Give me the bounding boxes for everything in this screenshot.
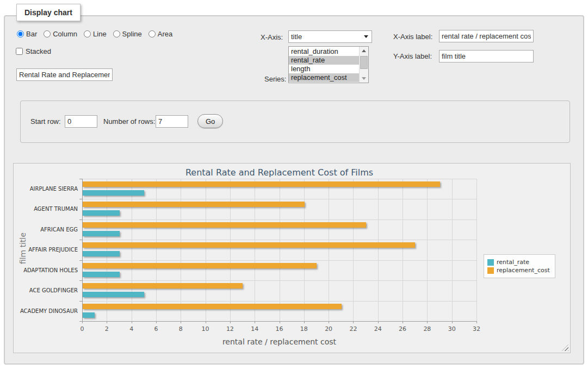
series-listbox-options: rental_durationrental_ratelengthreplacem… <box>289 47 359 83</box>
y-axis-label-input[interactable] <box>439 50 534 62</box>
chart-type-label: Spline <box>122 30 142 38</box>
bar-replacement_cost <box>83 202 305 207</box>
chart-type-label: Column <box>53 30 77 38</box>
legend-label: replacement_cost <box>497 267 550 274</box>
gridline-vertical <box>476 179 477 321</box>
gridline-vertical <box>304 179 305 321</box>
chart-title-input[interactable] <box>16 68 113 81</box>
x-tick-label: 26 <box>399 325 406 333</box>
chart-x-axis-title: rental rate / replacement cost <box>82 337 476 346</box>
x-axis-label-input[interactable] <box>439 30 534 42</box>
bar-rental_rate <box>83 210 120 216</box>
gridline-vertical <box>427 179 428 321</box>
chart-type-option-spline[interactable]: Spline <box>113 30 142 38</box>
x-tick-label: 6 <box>154 325 158 333</box>
x-axis-select-wrap: title <box>288 30 372 43</box>
category-label: AGENT TRUMAN <box>16 199 78 219</box>
x-tick-label: 24 <box>374 325 382 333</box>
gridline-vertical <box>230 179 231 321</box>
gridline-vertical <box>255 179 255 321</box>
bar-rental_rate <box>83 272 120 277</box>
chart-type-label: Line <box>93 30 107 38</box>
resize-handle-icon[interactable] <box>562 344 568 351</box>
go-button[interactable]: Go <box>197 114 223 128</box>
gridline-vertical <box>280 179 280 321</box>
series-select-label: Series: <box>264 75 286 83</box>
category-label: AFFAIR PREJUDICE <box>16 240 78 260</box>
gridline-horizontal <box>82 240 476 240</box>
x-tick-label: 4 <box>129 325 133 333</box>
bar-replacement_cost <box>83 283 243 289</box>
bar-replacement_cost <box>83 181 440 187</box>
chart-type-radio-column[interactable] <box>44 30 51 37</box>
legend-swatch-replacement_cost <box>487 267 494 274</box>
gridline-vertical <box>452 179 453 321</box>
y-axis-line <box>82 179 83 322</box>
bar-replacement_cost <box>83 304 342 309</box>
x-tick-label: 16 <box>276 325 283 333</box>
x-axis-select[interactable]: title <box>288 30 372 43</box>
scrollbar-thumb[interactable] <box>360 56 368 69</box>
scroll-down-icon[interactable] <box>360 74 368 82</box>
x-axis-label-label: X-Axis label: <box>393 33 432 41</box>
stacked-checkbox[interactable] <box>16 48 23 55</box>
series-option-replacement_cost[interactable]: replacement_cost <box>289 73 359 82</box>
x-tick-label: 20 <box>325 325 332 333</box>
gridline-vertical <box>329 179 329 321</box>
chart-type-option-bar[interactable]: Bar <box>17 30 37 38</box>
legend-swatch-rental_rate <box>487 259 494 266</box>
category-label: ACADEMY DINOSAUR <box>16 301 78 321</box>
chart-type-group: BarColumnLineSplineArea <box>17 30 172 38</box>
category-label: ACE GOLDFINGER <box>16 280 78 300</box>
legend-label: rental_rate <box>497 259 529 266</box>
number-of-rows-input[interactable] <box>156 115 188 128</box>
bar-replacement_cost <box>83 222 366 228</box>
row-range-box: Start row: Number of rows: Go <box>20 101 570 143</box>
number-of-rows-label: Number of rows: <box>103 117 155 126</box>
gridline-vertical <box>378 179 379 321</box>
chart-type-label: Area <box>158 30 172 38</box>
bar-rental_rate <box>83 292 144 297</box>
chart-type-radio-bar[interactable] <box>17 30 24 37</box>
x-tick-label: 28 <box>423 325 431 333</box>
bar-replacement_cost <box>83 263 317 268</box>
gridline-horizontal <box>82 301 476 302</box>
x-axis-line <box>82 321 477 322</box>
chart-type-option-line[interactable]: Line <box>84 30 107 38</box>
bar-rental_rate <box>83 190 144 196</box>
chart-type-radio-area[interactable] <box>148 30 156 37</box>
category-label: AFRICAN EGG <box>16 220 78 240</box>
chart-type-radio-line[interactable] <box>84 30 91 37</box>
x-tick-label: 18 <box>300 325 308 333</box>
legend-item-replacement_cost[interactable]: replacement_cost <box>487 267 550 274</box>
start-row-input[interactable] <box>65 115 97 128</box>
chart-type-option-column[interactable]: Column <box>44 30 77 38</box>
chart-panel: Rental Rate and Replacement Cost of Film… <box>13 163 571 353</box>
gridline-horizontal <box>82 179 476 179</box>
series-option-length[interactable]: length <box>289 65 359 73</box>
series-scrollbar[interactable] <box>359 47 368 83</box>
gridline-horizontal <box>82 220 476 220</box>
y-axis-label-label: Y-Axis label: <box>393 52 432 60</box>
series-option-rental_duration[interactable]: rental_duration <box>289 47 359 56</box>
x-tick-label: 32 <box>473 325 480 333</box>
x-tick-label: 8 <box>179 325 183 333</box>
chart-type-radio-spline[interactable] <box>113 30 120 37</box>
bar-rental_rate <box>83 251 120 256</box>
category-label: AIRPLANE SIERRA <box>16 179 78 199</box>
series-listbox[interactable]: rental_durationrental_ratelengthreplacem… <box>288 46 369 83</box>
gridline-horizontal <box>82 280 476 281</box>
stacked-option[interactable]: Stacked <box>16 47 51 55</box>
legend-item-rental_rate[interactable]: rental_rate <box>487 259 550 266</box>
gridline-horizontal <box>82 260 476 261</box>
x-tick-label: 30 <box>448 325 456 333</box>
bar-replacement_cost <box>83 242 415 248</box>
x-tick-label: 12 <box>226 325 234 333</box>
chart-type-option-area[interactable]: Area <box>148 30 172 38</box>
series-option-rental_rate[interactable]: rental_rate <box>289 56 359 65</box>
start-row-label: Start row: <box>30 117 61 126</box>
x-tick-label: 2 <box>105 325 109 333</box>
chart-legend: rental_ratereplacement_cost <box>484 254 555 278</box>
gridline-vertical <box>353 179 354 321</box>
scroll-up-icon[interactable] <box>360 47 368 55</box>
